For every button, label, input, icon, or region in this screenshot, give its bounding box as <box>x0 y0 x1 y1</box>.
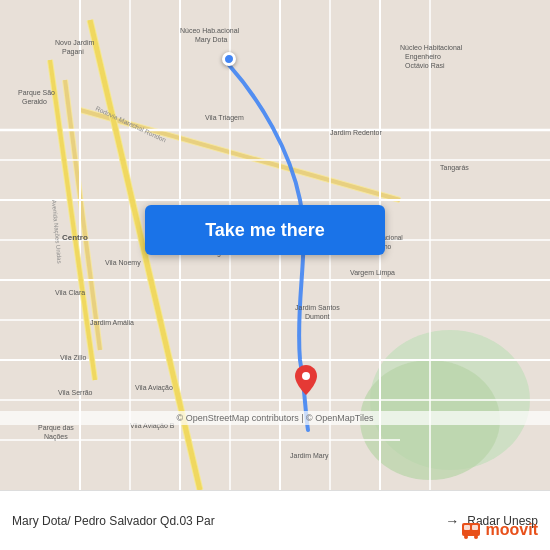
svg-rect-62 <box>472 525 478 530</box>
svg-text:Vila Zillo: Vila Zillo <box>60 354 86 361</box>
route-from: Mary Dota/ Pedro Salvador Qd.03 Par <box>12 514 437 528</box>
svg-point-63 <box>464 535 468 539</box>
svg-text:Pagani: Pagani <box>62 48 84 56</box>
start-marker <box>222 52 236 66</box>
end-marker <box>295 365 317 395</box>
moovit-bus-icon <box>459 518 483 542</box>
svg-text:Mary Dota: Mary Dota <box>195 36 227 44</box>
svg-text:Nações: Nações <box>44 433 68 441</box>
svg-text:Centro: Centro <box>62 233 88 242</box>
svg-text:Núceo Hab.acional: Núceo Hab.acional <box>180 27 240 34</box>
map-attribution: © OpenStreetMap contributors | © OpenMap… <box>0 411 550 425</box>
svg-text:Vila Clara: Vila Clara <box>55 289 85 296</box>
moovit-brand-text: moovit <box>486 521 538 539</box>
svg-text:Vila Aviação: Vila Aviação <box>135 384 173 392</box>
route-arrow: → <box>445 513 459 529</box>
take-me-there-button[interactable]: Take me there <box>145 205 385 255</box>
svg-text:Jardim Amália: Jardim Amália <box>90 319 134 326</box>
svg-text:Engenheiro: Engenheiro <box>405 53 441 61</box>
svg-point-64 <box>474 535 478 539</box>
map-container: Novo Jardim Pagani Parque São Geraldo Nú… <box>0 0 550 490</box>
svg-text:Geraldo: Geraldo <box>22 98 47 105</box>
moovit-logo: moovit <box>459 518 538 542</box>
svg-text:Núcleo Habitacional: Núcleo Habitacional <box>400 44 463 51</box>
svg-text:Parque São: Parque São <box>18 89 55 97</box>
svg-text:Parque das: Parque das <box>38 424 74 432</box>
svg-text:Dumont: Dumont <box>305 313 330 320</box>
bottom-bar: Mary Dota/ Pedro Salvador Qd.03 Par → Ra… <box>0 490 550 550</box>
svg-point-59 <box>302 372 310 380</box>
svg-text:Octávio Rasi: Octávio Rasi <box>405 62 445 69</box>
svg-text:Vargem Limpa: Vargem Limpa <box>350 269 395 277</box>
svg-text:Jardim Santos: Jardim Santos <box>295 304 340 311</box>
svg-text:Vila Serrão: Vila Serrão <box>58 389 93 396</box>
svg-text:Jardim Redentor: Jardim Redentor <box>330 129 382 136</box>
svg-text:Jardim Mary: Jardim Mary <box>290 452 329 460</box>
svg-text:Novo Jardim: Novo Jardim <box>55 39 94 46</box>
svg-text:Vila Triagem: Vila Triagem <box>205 114 244 122</box>
svg-rect-61 <box>464 525 470 530</box>
svg-text:Vila Noemy: Vila Noemy <box>105 259 141 267</box>
svg-text:Tangarás: Tangarás <box>440 164 469 172</box>
